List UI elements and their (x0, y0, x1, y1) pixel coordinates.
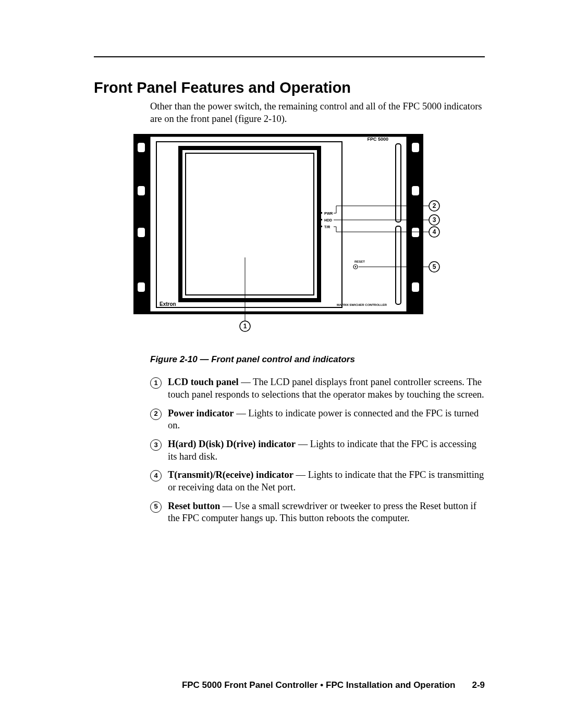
footer-text: FPC 5000 Front Panel Controller • FPC In… (182, 680, 456, 690)
item-number: 4 (150, 470, 162, 482)
list-item: 2 Power indicator — Lights to indicate p… (150, 408, 485, 432)
label-tr: T/R (324, 225, 330, 229)
svg-rect-14 (396, 226, 401, 304)
svg-rect-1 (138, 143, 145, 152)
callout-4: 4 (433, 228, 436, 236)
top-rule (94, 56, 485, 57)
svg-rect-13 (396, 144, 401, 222)
front-panel-diagram: FPC 5000 PWR HDD T/R RESE (130, 132, 454, 341)
svg-rect-19 (319, 226, 322, 227)
list-item: 4 T(ransmit)/R(eceive) indicator — Light… (150, 469, 485, 493)
figure-caption: Figure 2-10 — Front panel control and in… (150, 354, 485, 365)
label-hdd: HDD (324, 218, 332, 222)
document-page: Front Panel Features and Operation Other… (0, 0, 563, 728)
item-number: 2 (150, 409, 162, 420)
callout-5: 5 (433, 263, 436, 270)
svg-rect-4 (138, 282, 145, 292)
svg-rect-2 (138, 186, 145, 195)
label-reset: RESET (354, 260, 365, 263)
list-item: 3 H(ard) D(isk) D(rive) indicator — Ligh… (150, 438, 485, 463)
callout-3: 3 (433, 216, 436, 224)
label-subtitle: MATRIX SWICHER CONTROLLER (337, 303, 387, 306)
item-term: T(ransmit)/R(eceive) indicator (168, 470, 293, 480)
callout-descriptions: 1 LCD touch panel — The LCD panel displa… (150, 376, 485, 525)
svg-rect-5 (412, 143, 419, 152)
svg-rect-7 (412, 228, 419, 237)
callout-2: 2 (433, 202, 436, 209)
item-number: 1 (150, 377, 162, 389)
item-number: 3 (150, 439, 162, 451)
svg-rect-8 (412, 282, 419, 292)
label-pwr: PWR (324, 212, 333, 215)
list-item: 1 LCD touch panel — The LCD panel displa… (150, 376, 485, 401)
svg-point-22 (355, 266, 357, 268)
item-term: H(ard) D(isk) D(rive) indicator (168, 439, 296, 449)
label-brand: Extron (160, 301, 176, 307)
svg-rect-12 (186, 153, 314, 295)
item-term: LCD touch panel (168, 377, 239, 387)
svg-rect-3 (138, 228, 145, 237)
svg-rect-6 (412, 186, 419, 195)
footer-page-number: 2-9 (472, 680, 485, 690)
item-term: Reset button (168, 501, 220, 511)
list-item: 5 Reset button — Use a small screwdriver… (150, 500, 485, 525)
item-term: Power indicator (168, 408, 234, 418)
section-heading: Front Panel Features and Operation (94, 79, 485, 96)
figure-2-10: FPC 5000 PWR HDD T/R RESE (130, 132, 485, 343)
label-model: FPC 5000 (367, 137, 388, 142)
page-footer: FPC 5000 Front Panel Controller • FPC In… (182, 680, 485, 690)
intro-paragraph: Other than the power switch, the remaini… (150, 101, 485, 125)
svg-rect-17 (319, 219, 322, 220)
item-number: 5 (150, 501, 162, 513)
svg-rect-15 (319, 212, 322, 214)
callout-1: 1 (243, 323, 247, 330)
